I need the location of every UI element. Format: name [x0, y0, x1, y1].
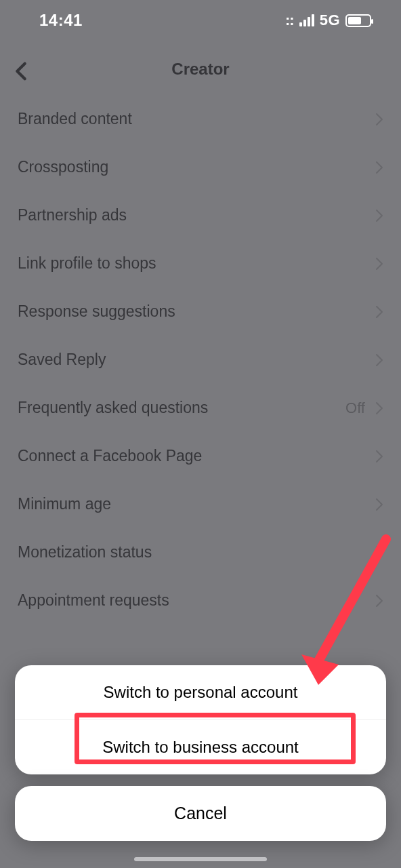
clock: 14:41 [39, 11, 83, 30]
network-label: 5G [320, 12, 340, 29]
status-bar: 14:41 :: 5G [0, 0, 401, 41]
status-right: :: 5G [285, 12, 371, 29]
home-indicator [134, 857, 267, 861]
cancel-button[interactable]: Cancel [15, 786, 386, 841]
signal-bars-icon [299, 14, 314, 26]
battery-icon [345, 14, 371, 27]
option-switch-business[interactable]: Switch to business account [15, 719, 386, 774]
cancel-sheet: Cancel [15, 786, 386, 841]
action-sheet: Switch to personal account Switch to bus… [15, 665, 386, 774]
signal-dots-icon: :: [285, 13, 294, 28]
option-switch-personal[interactable]: Switch to personal account [15, 665, 386, 719]
